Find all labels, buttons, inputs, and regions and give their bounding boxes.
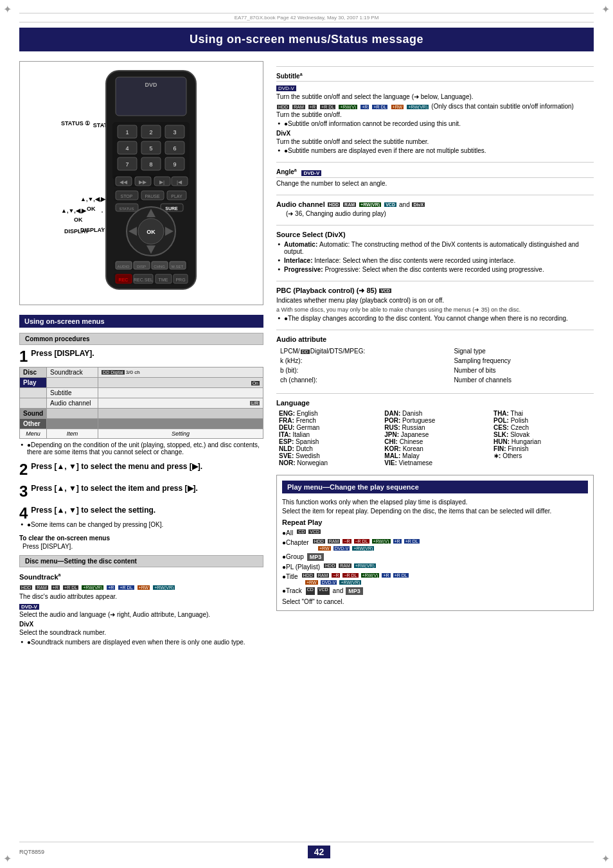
table-row-disc: Disc Soundtrack DD Digital 3/0 ch (20, 368, 263, 378)
sub-tag-rw: +RW (391, 105, 404, 109)
lang-col-2: DAN: Danish POR: Portuguese RUS: Russian… (382, 409, 491, 467)
clear-menus-text: Press [DISPLAY]. (22, 543, 263, 550)
dvdv-label: DVD-V (19, 603, 263, 610)
lang-nor: NOR: Norwegian (279, 459, 379, 466)
step-4-note: ●Some items can be changed by pressing [… (27, 521, 263, 528)
pl-rwvr: +RW(VR) (354, 563, 376, 568)
page-footer: RQT8859 42 (19, 842, 594, 858)
step-3-text: Press [▲, ▼] to select the item and pres… (31, 484, 198, 493)
select-off-text: Select "Off" to cancel. (282, 598, 588, 605)
ch-r: −R (342, 539, 351, 544)
language-title: Language (276, 399, 594, 407)
menu-audio-spacer (20, 398, 47, 409)
sub-tag-hdd: HDD (277, 105, 289, 109)
svg-text:◀◀: ◀◀ (120, 179, 128, 185)
soundtrack-note: ●Soundtrack numbers are displayed even w… (27, 639, 263, 646)
clear-menus-label: To clear the on-screen menus (19, 535, 263, 542)
svg-text:6: 6 (173, 145, 176, 152)
menu-disc-soundtrack: Soundtrack (47, 368, 98, 378)
soundtrack-title: Soundtracka (19, 572, 263, 581)
source-progressive: Progressive: Progressive: Select when th… (284, 266, 594, 273)
sub-tag-r: +R (308, 105, 317, 109)
angle-text: Change the number to select an angle. (276, 180, 594, 187)
tit-dvdv: DVD-V (321, 580, 337, 585)
svg-text:PAUSE: PAUSE (145, 194, 160, 199)
soundtrack-text1: The disc's audio attributes appear. (19, 593, 263, 600)
svg-text:9: 9 (173, 161, 176, 168)
corner-tl: ✦ (3, 3, 12, 15)
title-tags2-row: +RW DVD-V +RW(VR) (305, 580, 588, 585)
lang-rus: RUS: Russian (384, 424, 488, 431)
bullet-track: ●Track (282, 587, 302, 594)
all-vcd: VCD (308, 529, 321, 534)
status-label-text: STATUS ① (61, 120, 90, 127)
sub-tag-rdl2: +R DL (372, 105, 387, 109)
svg-text:7: 7 (125, 161, 129, 168)
tag-rwvr2: +RW(VR) (153, 585, 175, 590)
repeat-title-row1: ●Title HDD RAM −R −R DL +RW(V) +R +R DL (282, 573, 588, 580)
title-tags2: +RW DVD-V +RW(VR) (305, 580, 588, 585)
track-and: and (333, 587, 344, 595)
lang-jpn: JPN: Japanese (384, 431, 488, 438)
remote-svg: DVD 1 2 3 4 (100, 67, 202, 296)
repeat-play-label: Repeat Play (282, 518, 588, 526)
step-4-text: Press [▲, ▼] to select the setting. (31, 506, 155, 515)
tit-rdl: −R DL (342, 573, 358, 578)
svg-text:SURE: SURE (165, 206, 178, 211)
tit-r: −R (332, 573, 340, 578)
table-row-audio: Audio channel L/R (20, 398, 263, 409)
lang-col-3: THA: Thai POL: Polish CES: Czech SLK: Sl… (491, 409, 594, 467)
lang-ita: ITA: Italian (279, 431, 379, 438)
svg-text:STOP: STOP (121, 194, 133, 199)
corner-br: ✦ (601, 853, 610, 865)
group-tags: MP3 (307, 553, 324, 561)
ch-rw: +RW (318, 546, 331, 551)
svg-text:DVD: DVD (145, 82, 157, 88)
play-menu-text2: Select the item for repeat play. Dependi… (282, 508, 588, 515)
subtitle-text2: (Only discs that contain subtitle on/off… (431, 103, 574, 110)
soundtrack-section: Soundtracka HDD RAM +R +R DL +RW(VR) +R … (19, 572, 263, 646)
bullet-title: ●Title (282, 573, 298, 580)
menu-footer-menu: Menu (20, 429, 47, 439)
audio-attr-left-3: ch (channel): (278, 376, 450, 384)
pbc-text: Indicates whether menu play (playback co… (276, 297, 594, 304)
audio-attr-table: LPCM/DDDigital/DTS/MPEG: Signal type k (… (276, 346, 594, 385)
lang-esp: ESP: Spanish (279, 438, 379, 445)
svg-text:1: 1 (125, 129, 129, 136)
table-row-play: Play On (20, 378, 263, 388)
play-menu-text1: This function works only when the elapse… (282, 499, 588, 506)
ch-hdd: HDD (313, 539, 325, 544)
play-menu-box: Play menu—Change the play sequence This … (276, 475, 594, 611)
audio-channel-section: Audio channel HDD RAM +RW(VR) VCD and Di… (276, 195, 594, 217)
lang-deu: DEU: German (279, 424, 379, 431)
lang-slk: SLK: Slovak (493, 431, 591, 438)
chapter-tags2: +RW DVD-V +RW(VR) (317, 546, 588, 551)
lang-chi: CHI: Chinese (384, 438, 488, 445)
pbc-divider (276, 281, 594, 281)
subtitle-note: ●Subtitle on/off information cannot be r… (284, 120, 594, 127)
tit-rwv: +RW(V) (361, 573, 380, 578)
audio-attr-row-1: k (kHz): Sampling frequency (278, 357, 592, 365)
page-number: 42 (308, 846, 331, 858)
subtitle-text1: Turn the subtitle on/off and select the … (276, 93, 594, 100)
source-automatic: Automatic: Automatic: The constructing m… (284, 241, 594, 255)
menu-audio-label: Audio channel (47, 398, 98, 409)
svg-text:|◀: |◀ (177, 179, 182, 185)
repeat-chapter-row1: ●Chapter HDD RAM −R −R DL +RW(V) +R +R D… (282, 539, 588, 546)
note-a: a With some discs, you may only be able … (276, 306, 594, 313)
svg-text:DISP: DISP (137, 265, 146, 269)
tag-rwvr: +RW(VR) (82, 585, 103, 590)
repeat-all: ●All CD VCD (282, 529, 588, 536)
step-3-number: 3 (19, 484, 28, 499)
repeat-chapter: ●Chapter HDD RAM −R −R DL +RW(V) +R +R D… (282, 539, 588, 551)
menu-sound-setting (98, 409, 263, 419)
sub-tag-r2: +R (360, 105, 369, 109)
lang-hun: HUN: Hungarian (493, 438, 591, 445)
step-4: 4 Press [▲, ▼] to select the setting. ●S… (19, 506, 263, 528)
svg-text:REC: REC (119, 278, 129, 282)
dd-tag: DD (301, 350, 310, 354)
ac-vcd: VCD (384, 202, 396, 207)
common-procedures-header: Common procedures (19, 333, 263, 345)
step-1-note: ●Depending on the condition of the unit … (27, 441, 263, 456)
soundtrack-tags-row: HDD RAM +R +R DL +RW(VR) +R +R DL +RW +R… (19, 583, 263, 591)
